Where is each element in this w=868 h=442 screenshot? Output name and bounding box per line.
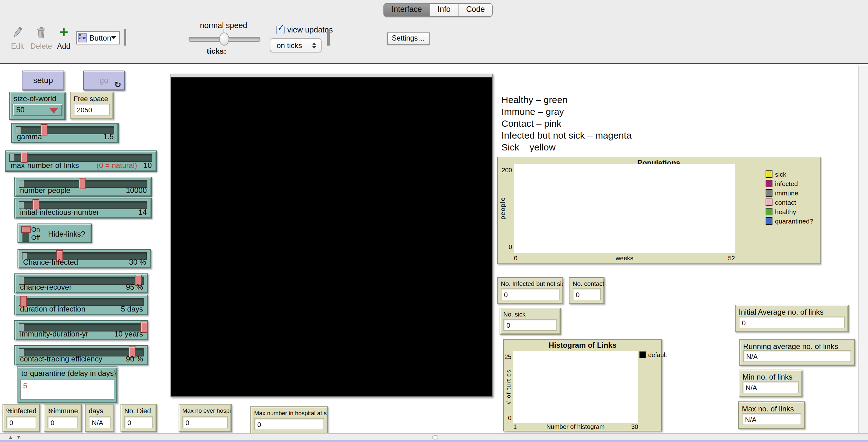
widget-type-dropdown[interactable]: abc Button — [76, 31, 120, 44]
view-updates-checkbox[interactable]: ✓ — [276, 26, 285, 34]
delete-button[interactable]: Delete — [29, 25, 54, 51]
setup-button[interactable]: setup — [22, 70, 64, 91]
monitor-no-infected-not-sick: No. Infected but not sick 0 — [497, 277, 563, 304]
slider-label: gamma — [17, 132, 103, 141]
command-center-splitter[interactable]: ▲▼ — [0, 433, 868, 440]
pencil-icon — [6, 25, 29, 41]
plot-title: Histogram of Links — [504, 341, 661, 350]
y-min-label: 0 — [498, 244, 512, 250]
legend-label: quarantined? — [775, 217, 813, 225]
vertical-scrollbar[interactable] — [858, 66, 868, 433]
y-axis-label: people — [499, 189, 506, 227]
monitor-value: 0 — [739, 317, 845, 328]
tab-info[interactable]: Info — [429, 4, 458, 16]
monitor-value: 0 — [501, 288, 560, 300]
widget-type-value: Button — [90, 33, 111, 42]
slider-value: 10000 — [126, 186, 147, 195]
slider-label: max-number-of-links — [11, 161, 96, 170]
monitor-label: No. Infected but not sick — [498, 278, 563, 287]
ticks-label: ticks: — [207, 47, 226, 56]
tab-code[interactable]: Code — [458, 4, 492, 16]
edit-button[interactable]: Edit — [6, 25, 29, 51]
legend-label: sick — [775, 170, 786, 178]
x-max-label: 30 — [623, 423, 638, 430]
switch-on-label: On — [31, 225, 40, 233]
x-axis-label: Number of histogram — [513, 423, 638, 430]
slider-value: 30 % — [129, 258, 146, 266]
input-to-quarantine[interactable]: to-quarantine (delay in days} 5 — [17, 367, 117, 403]
monitor-value: 0 — [124, 416, 153, 428]
note-line: Immune – gray — [501, 105, 632, 117]
slider-chance-infected[interactable]: Chance-Infected30 % — [18, 249, 151, 269]
slider-gamma[interactable]: gamma1.5 — [11, 123, 119, 143]
delete-label: Delete — [29, 42, 54, 51]
populations-plot: Populations 200 0 people 0 weeks 52 sick… — [497, 157, 820, 264]
splitter-arrows-icon[interactable]: ▲▼ — [8, 435, 24, 440]
slider-label: chance-recover — [20, 283, 126, 291]
toolbar: Edit Delete + Add abc Button — [0, 0, 868, 64]
switch-knob[interactable] — [21, 226, 31, 233]
input-field[interactable]: 5 — [20, 380, 114, 400]
chooser-value[interactable]: 50 — [12, 104, 62, 116]
legend-swatch — [766, 189, 772, 197]
speed-slider-handle[interactable] — [219, 32, 229, 45]
monitor-label: %immune — [44, 405, 81, 414]
monitor-no-contacts: No. contacts 0 — [569, 277, 604, 304]
monitor-label: Max no. of links — [739, 402, 804, 413]
tab-interface[interactable]: Interface — [384, 4, 429, 16]
legend-item: contact — [766, 198, 796, 206]
slider-track[interactable] — [9, 154, 152, 162]
trash-icon — [29, 25, 54, 41]
x-max-label: 52 — [719, 255, 735, 261]
switch-hide-links[interactable]: On Off Hide-links? — [18, 223, 92, 243]
slider-label: Chance-Infected — [23, 258, 129, 266]
slider-label: contact-tracing efficiency — [20, 355, 126, 364]
slider-chance-recover[interactable]: chance-recover95 % — [14, 274, 148, 293]
color-key-note: Healthy – green Immune – gray Contact – … — [501, 94, 632, 153]
edit-label: Edit — [6, 42, 29, 51]
legend-item: infected — [766, 180, 798, 187]
monitor-value: 0 — [182, 416, 228, 428]
monitor-max-links: Max no. of links N/A — [738, 402, 805, 429]
monitor-label: %infected — [3, 405, 39, 414]
monitor-value: N/A — [89, 416, 111, 428]
monitor-value: 0 — [48, 416, 78, 428]
add-button[interactable]: + Add — [53, 25, 75, 51]
plus-icon: + — [53, 25, 75, 41]
view-top-strip — [171, 74, 492, 77]
monitor-label: Initial Average no. of links — [736, 305, 848, 317]
slider-number-people[interactable]: number-people10000 — [14, 177, 152, 197]
y-min-label: 0 — [504, 414, 512, 421]
slider-duration-of-infection[interactable]: duration of infection5 days — [14, 295, 148, 315]
monitor-label: No. Died — [121, 405, 156, 414]
settings-button[interactable]: Settings… — [387, 32, 430, 45]
monitor-max-in-hospital-same-time: Max number in hospital at same time 0 — [250, 406, 328, 434]
monitor-initial-avg-links: Initial Average no. of links 0 — [735, 305, 849, 332]
legend-swatch — [766, 180, 772, 187]
slider-contact-tracing-efficiency[interactable]: contact-tracing efficiency90 % — [14, 345, 148, 365]
setup-button-label: setup — [23, 75, 64, 85]
monitor-free-space: Free space 2050 — [70, 92, 114, 119]
horizontal-scrollbar-thumb[interactable] — [432, 435, 438, 440]
histogram-of-links-plot: Histogram of Links 25 0 # of turtles 1 N… — [503, 339, 662, 431]
toolbar-separator — [327, 29, 330, 45]
monitor-value: 0 — [254, 418, 324, 430]
y-axis-label: # of turtles — [505, 367, 512, 407]
monitor-value: N/A — [743, 350, 851, 362]
update-mode-value: on ticks — [277, 41, 312, 50]
plot-area — [513, 351, 638, 423]
monitor-max-ever-hospitalised: Max no ever hospitalised 0 — [179, 404, 232, 432]
slider-max-number-of-links[interactable]: max-number-of-links(0 = natural)10 — [5, 151, 157, 172]
update-mode-dropdown[interactable]: on ticks — [270, 38, 321, 53]
monitor-label: Free space — [70, 92, 113, 102]
slider-label: immunity-duration-yr — [20, 329, 114, 338]
legend-item: immune — [766, 189, 798, 197]
go-button[interactable]: go ↻ — [83, 70, 125, 91]
world-view[interactable] — [170, 74, 493, 397]
monitor-value: N/A — [742, 381, 799, 393]
slider-initial-infectious-number[interactable]: initial-infectious-number14 — [14, 198, 152, 219]
slider-value: 95 % — [126, 283, 143, 291]
slider-immunity-duration-yr[interactable]: immunity-duration-yr10 years — [14, 320, 148, 340]
speed-slider-label: normal speed — [187, 21, 260, 30]
chooser-size-of-world[interactable]: size-of-world 50 — [9, 92, 66, 120]
